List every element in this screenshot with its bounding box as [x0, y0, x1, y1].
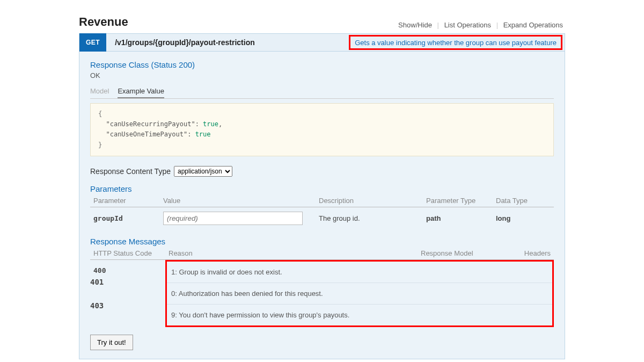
- code-line: {: [98, 109, 546, 119]
- response-status-text: OK: [90, 71, 554, 79]
- status-reason: 1: Group is invalid or does not exist.: [167, 262, 552, 283]
- response-class-heading: Response Class (Status 200): [90, 60, 554, 69]
- http-method-badge: GET: [79, 33, 106, 52]
- code-line: "canUseRecurringPayout": true,: [98, 119, 546, 129]
- tab-model[interactable]: Model: [90, 85, 109, 98]
- response-messages-table: HTTP Status Code Reason Response Model H…: [90, 247, 554, 327]
- param-datatype: long: [493, 207, 554, 229]
- response-content-type-label: Response Content Type: [90, 167, 171, 176]
- showhide-link[interactable]: Show/Hide: [396, 21, 434, 29]
- section-actions: Show/Hide | List Operations | Expand Ope…: [396, 21, 565, 29]
- parameters-table: Parameter Value Description Parameter Ty…: [90, 194, 554, 229]
- col-response-model: Response Model: [418, 247, 505, 260]
- param-type: path: [423, 207, 493, 229]
- col-data-type: Data Type: [493, 194, 554, 207]
- status-code: 401: [90, 278, 104, 286]
- endpoint-path: /v1/groups/{groupId}/payout-restriction: [106, 38, 255, 47]
- example-value-code[interactable]: { "canUseRecurringPayout": true, "canUse…: [90, 103, 554, 156]
- operation-panel: Response Class (Status 200) OK Model Exa…: [79, 52, 565, 359]
- parameter-row: groupId The group id. path long: [90, 207, 554, 229]
- code-line: "canUseOneTimePayout": true: [98, 129, 546, 140]
- status-reason: 0: Authorization has been denied for thi…: [167, 283, 552, 304]
- status-code: 403: [90, 301, 104, 310]
- status-reason: 9: You don't have permission to view thi…: [167, 304, 552, 325]
- code-line: }: [98, 140, 546, 150]
- section-title: Revenue: [79, 15, 128, 29]
- response-content-type-select[interactable]: application/json: [174, 166, 232, 177]
- response-messages-heading: Response Messages: [90, 237, 554, 246]
- tab-example-value[interactable]: Example Value: [118, 85, 164, 98]
- try-it-out-button[interactable]: Try it out!: [90, 335, 133, 350]
- reason-highlight-box: 1: Group is invalid or does not exist. 0…: [165, 260, 554, 327]
- operation-summary: Gets a value indicating whether the grou…: [349, 35, 562, 50]
- response-row: 400 1: Group is invalid or does not exis…: [90, 259, 554, 327]
- param-input-groupid[interactable]: [163, 212, 303, 225]
- col-value: Value: [160, 194, 316, 207]
- separator: |: [495, 21, 499, 29]
- col-http-status: HTTP Status Code: [90, 247, 165, 260]
- operation-bar[interactable]: GET /v1/groups/{groupId}/payout-restrict…: [79, 33, 565, 52]
- col-headers: Headers: [505, 247, 554, 260]
- col-reason: Reason: [165, 247, 418, 260]
- expand-operations-link[interactable]: Expand Operations: [501, 21, 565, 29]
- col-description: Description: [316, 194, 423, 207]
- response-tabs: Model Example Value: [90, 85, 554, 99]
- separator: |: [436, 21, 440, 29]
- parameters-heading: Parameters: [90, 184, 554, 193]
- param-description: The group id.: [316, 207, 423, 229]
- col-parameter-type: Parameter Type: [423, 194, 493, 207]
- param-name: groupId: [90, 207, 160, 229]
- status-code: 400: [90, 259, 165, 327]
- col-parameter: Parameter: [90, 194, 160, 207]
- list-operations-link[interactable]: List Operations: [442, 21, 493, 29]
